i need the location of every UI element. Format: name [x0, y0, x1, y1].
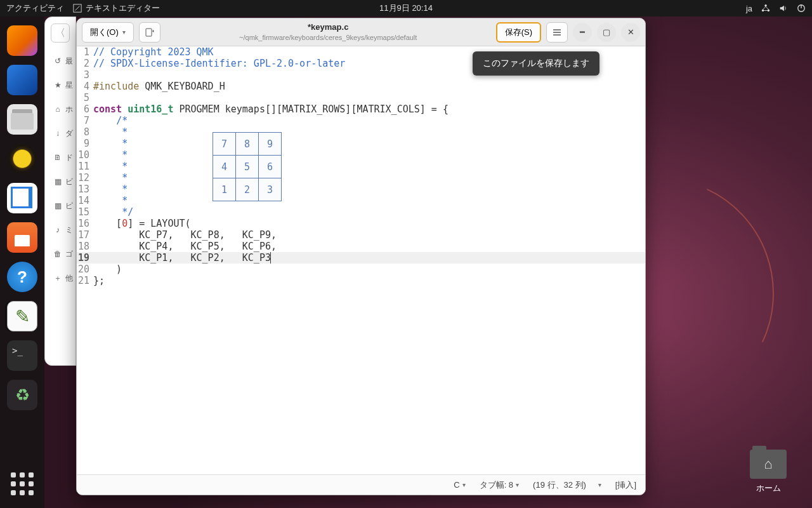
- code-line[interactable]: [92, 92, 645, 104]
- statusbar: C▾ タブ幅: 8▾ (19 行、32 列) ▾ [挿入]: [77, 474, 645, 495]
- line-number: 20: [77, 264, 92, 275]
- volume-icon[interactable]: [779, 4, 788, 13]
- code-line[interactable]: KC_P7, KC_P8, KC_P9,: [92, 229, 645, 241]
- tray-item[interactable]: ▦ピ: [48, 194, 73, 218]
- line-number: 12: [77, 172, 92, 184]
- save-tooltip: このファイルを保存します: [473, 51, 599, 76]
- dock-rhythmbox[interactable]: [7, 144, 37, 174]
- tray-item[interactable]: ★星: [48, 73, 73, 97]
- line-number: 7: [77, 115, 92, 126]
- save-button[interactable]: 保存(S): [496, 22, 541, 43]
- tray-item[interactable]: ⌂ホ: [48, 97, 73, 121]
- titlebar: 開く(O) ▾ *keymap.c ~/qmk_firmware/keyboar…: [77, 18, 645, 46]
- line-number: 2: [77, 58, 92, 69]
- chevron-down-icon: ▾: [122, 29, 126, 36]
- ime-indicator[interactable]: ja: [746, 4, 752, 13]
- line-number: 21: [77, 275, 92, 286]
- folder-icon: [750, 450, 787, 479]
- text-editor-icon: [73, 4, 82, 13]
- hamburger-icon: [553, 28, 561, 37]
- code-line[interactable]: *: [92, 195, 645, 206]
- network-icon[interactable]: [761, 4, 770, 13]
- svg-point-3: [768, 10, 770, 12]
- close-button[interactable]: ✕: [621, 23, 640, 42]
- code-line[interactable]: *: [92, 149, 645, 161]
- code-line[interactable]: *: [92, 161, 645, 172]
- line-number: 10: [77, 149, 92, 161]
- line-number: 14: [77, 195, 92, 206]
- tray-item[interactable]: ↓ダ: [48, 121, 73, 145]
- dock-help[interactable]: ?: [7, 262, 37, 292]
- line-number: 15: [77, 206, 92, 218]
- dock-firefox[interactable]: [7, 25, 37, 56]
- tray-item[interactable]: ＋他: [48, 266, 73, 290]
- gnome-topbar: アクティビティ テキストエディター 11月9日 20:14 ja: [0, 0, 812, 17]
- text-editor-window: 開く(O) ▾ *keymap.c ~/qmk_firmware/keyboar…: [76, 18, 646, 495]
- code-line[interactable]: */: [92, 206, 645, 218]
- dock-libreoffice-writer[interactable]: [7, 183, 37, 213]
- dock-software[interactable]: [7, 222, 37, 253]
- new-document-icon: [145, 27, 155, 37]
- new-tab-button[interactable]: [139, 22, 160, 43]
- tray-item[interactable]: ↺最: [48, 49, 73, 73]
- dock-files[interactable]: [7, 104, 37, 135]
- line-number: 19: [77, 252, 92, 264]
- maximize-button[interactable]: ▢: [597, 23, 616, 42]
- line-number: 1: [77, 46, 92, 58]
- dock-thunderbird[interactable]: [7, 65, 37, 95]
- minimize-button[interactable]: ━: [573, 23, 592, 42]
- sb-position[interactable]: (19 行、32 列) ▾: [533, 479, 601, 491]
- dock-show-apps[interactable]: [11, 472, 34, 495]
- dock: ?: [0, 17, 44, 508]
- code-line[interactable]: *: [92, 126, 645, 138]
- code-line[interactable]: *: [92, 172, 645, 184]
- code-line[interactable]: const uint16_t PROGMEM keymaps[][MATRIX_…: [92, 104, 645, 115]
- tray-item[interactable]: ♪ミ: [48, 218, 73, 242]
- code-line[interactable]: #include QMK_KEYBOARD_H: [92, 81, 645, 92]
- files-sidebar-peek: 〈 ↺最★星⌂ホ↓ダ🗎ド▦ビ▦ピ♪ミ🗑ゴ＋他: [44, 17, 76, 366]
- line-number: 9: [77, 138, 92, 149]
- line-number: 6: [77, 104, 92, 115]
- document-title: *keymap.c ~/qmk_firmware/keyboards/ceres…: [166, 22, 491, 42]
- dock-trash[interactable]: [7, 380, 37, 410]
- power-icon[interactable]: [797, 4, 806, 13]
- line-number: 3: [77, 69, 92, 81]
- code-line[interactable]: KC_P1, KC_P2, KC_P3: [92, 252, 645, 264]
- dock-text-editor[interactable]: [7, 301, 37, 331]
- line-number: 13: [77, 184, 92, 195]
- svg-point-1: [764, 4, 767, 7]
- activities-button[interactable]: アクティビティ: [6, 3, 64, 14]
- sb-insert-mode: [挿入]: [615, 479, 636, 491]
- dock-terminal[interactable]: [7, 340, 37, 371]
- code-line[interactable]: *: [92, 184, 645, 195]
- line-number: 5: [77, 92, 92, 104]
- tray-item[interactable]: 🗎ド: [48, 145, 73, 170]
- code-line[interactable]: };: [92, 275, 645, 286]
- open-button[interactable]: 開く(O) ▾: [82, 22, 134, 43]
- line-number: 18: [77, 241, 92, 252]
- back-button[interactable]: 〈: [51, 23, 70, 43]
- desktop-home-folder[interactable]: ホーム: [750, 450, 787, 494]
- svg-rect-6: [146, 29, 152, 36]
- current-app-indicator[interactable]: テキストエディター: [73, 3, 160, 14]
- tray-item[interactable]: 🗑ゴ: [48, 242, 73, 266]
- line-number: 8: [77, 126, 92, 138]
- code-line[interactable]: *: [92, 138, 645, 149]
- svg-point-2: [762, 10, 764, 12]
- sb-tabwidth[interactable]: タブ幅: 8▾: [480, 479, 519, 491]
- code-line[interactable]: KC_P4, KC_P5, KC_P6,: [92, 241, 645, 252]
- line-number: 4: [77, 81, 92, 92]
- hamburger-menu-button[interactable]: [546, 22, 568, 43]
- line-number: 16: [77, 218, 92, 229]
- line-number: 17: [77, 229, 92, 241]
- sb-language[interactable]: C▾: [454, 480, 465, 490]
- clock[interactable]: 11月9日 20:14: [379, 3, 433, 14]
- code-editor[interactable]: 1// Copyright 2023 QMK2// SPDX-License-I…: [77, 46, 645, 474]
- code-line[interactable]: ): [92, 264, 645, 275]
- code-line[interactable]: /*: [92, 115, 645, 126]
- tray-item[interactable]: ▦ビ: [48, 170, 73, 194]
- code-line[interactable]: [0] = LAYOUT(: [92, 218, 645, 229]
- line-number: 11: [77, 161, 92, 172]
